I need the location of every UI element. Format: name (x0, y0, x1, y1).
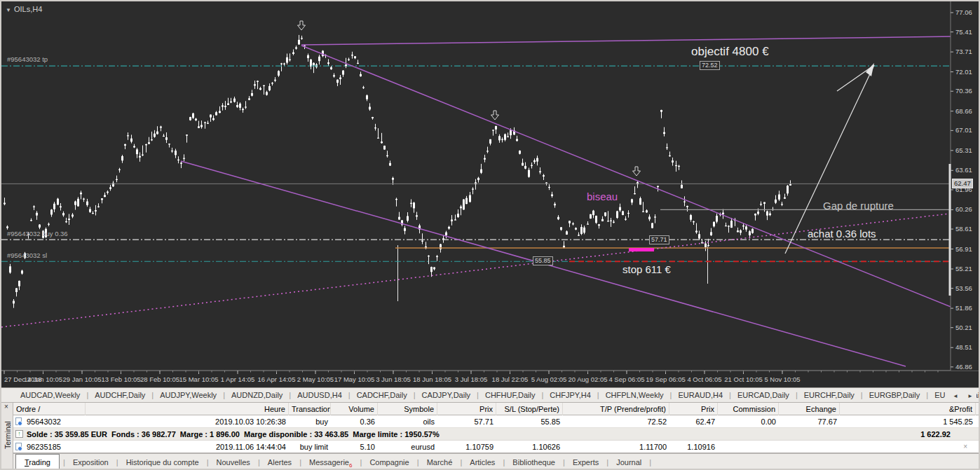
table-row[interactable]: 962351852019.11.06 14:44:04buy limit5.10… (13, 441, 979, 453)
scroll-left-icon[interactable]: ◄ (949, 389, 962, 403)
symbol-tab[interactable]: EURAUD,H4 (672, 388, 729, 402)
price-tick-label: 56.91 (955, 245, 972, 253)
terminal-tab-march-[interactable]: Marché (421, 455, 458, 469)
symbol-tab[interactable]: EURGBP,Daily (863, 388, 927, 402)
header-cell[interactable]: T/P (Prendre/profit) (563, 403, 669, 415)
tp-price-box[interactable]: 72.52 (700, 61, 720, 70)
sl-price-box[interactable]: 55.85 (533, 256, 553, 265)
candle-body (318, 57, 320, 61)
annotation-stop[interactable]: stop 611 € (622, 263, 671, 275)
terminal-tab-experts[interactable]: Experts (567, 455, 604, 469)
terminal-tab-articles[interactable]: Articles (464, 455, 501, 469)
terminal-tab-alertes[interactable]: Alertes (262, 455, 297, 469)
candle-body (254, 84, 256, 85)
annotation-objective[interactable]: objectif 4800 € (691, 45, 769, 59)
tp-line-label[interactable]: #95643032 tp (7, 55, 48, 63)
header-cell[interactable]: Ordre / (13, 403, 86, 415)
candle-body (507, 137, 509, 137)
row-close-icon[interactable]: × (963, 441, 967, 453)
buy-line-label[interactable]: #95643032 buy 0.36 (7, 230, 68, 237)
header-cell[interactable]: Volume (331, 403, 378, 415)
candle-body (357, 63, 359, 64)
header-cell[interactable]: Transaction (289, 403, 331, 415)
chart-background (1, 1, 979, 387)
buy-price-box[interactable]: 57.71 (649, 235, 669, 244)
sl-line-label[interactable]: #95643032 sl (7, 251, 47, 259)
candle-body (421, 241, 423, 242)
symbol-tab[interactable]: AUDCHF,Daily (88, 388, 151, 402)
candle-body (283, 64, 285, 64)
candle-body (634, 193, 636, 194)
candle-body (156, 132, 158, 134)
annotation-wedge[interactable]: biseau (587, 191, 618, 202)
symbol-tab[interactable]: CADJPY,Daily (416, 388, 477, 402)
terminal-tab-exposition[interactable]: Exposition (67, 455, 114, 469)
header-cell[interactable]: &Profit (840, 403, 976, 415)
symbol-tab[interactable]: AUDJPY,Weekly (154, 388, 223, 402)
candle-body (516, 139, 518, 141)
table-cell: 1.10759 (437, 441, 496, 453)
symbol-tab[interactable]: CHFJPY,H4 (543, 388, 597, 402)
candle-body (705, 244, 707, 247)
price-chart-canvas[interactable]: 77.0675.4173.7172.0170.3668.6667.0165.31… (1, 1, 979, 387)
terminal-side-strip: × Terminal (1, 403, 13, 469)
table-row[interactable]: 956430322019.10.03 10:26:38buy0.36oils57… (13, 415, 979, 428)
table-cell (718, 441, 779, 453)
terminal-panel: × Terminal Ordre /HeureTransactionVolume… (1, 403, 979, 469)
candle-body (200, 125, 203, 127)
table-cell: 1.11700 (563, 441, 669, 453)
header-cell[interactable]: Prix (669, 403, 718, 415)
header-cell[interactable]: S/L (Stop/Perte) (496, 403, 563, 415)
symbol-tab[interactable]: AUDNZD,Daily (225, 388, 289, 402)
annotation-entry[interactable]: achat 0.36 lots (808, 228, 876, 240)
candle-body (578, 235, 580, 235)
candle-body (646, 210, 648, 212)
candle-body (101, 198, 103, 200)
chart-symbol-title[interactable]: ▼OILs,H4 (6, 5, 42, 13)
terminal-tab-nouvelles[interactable]: Nouvelles (211, 455, 256, 469)
annotation-gap[interactable]: Gap de rupture (823, 200, 894, 212)
header-cell[interactable]: Commission (718, 403, 779, 415)
candle-body (165, 137, 168, 140)
symbol-tab[interactable]: CHFPLN,Weekly (599, 388, 670, 402)
terminal-tab-bibliotheque[interactable]: Bibliotheque (507, 455, 561, 469)
candle-body (430, 267, 433, 272)
terminal-tab-journal[interactable]: Journal (611, 455, 647, 469)
table-cell: oils (378, 415, 437, 428)
row-close-icon[interactable]: × (963, 415, 967, 428)
header-cell[interactable]: Symbole (378, 403, 437, 415)
scroll-right-icon[interactable]: ► (964, 389, 976, 403)
terminal-tab-messagerie[interactable]: Messagerie6 (304, 455, 358, 470)
header-cell[interactable]: Heure (86, 403, 289, 415)
table-cell: 5.10 (331, 441, 378, 453)
symbol-tab[interactable]: CADCHF,Daily (351, 388, 414, 402)
candle-body (713, 222, 715, 226)
candle-body (171, 151, 173, 151)
symbol-tab[interactable]: CHFHUF,Daily (479, 388, 542, 402)
chevron-down-icon[interactable]: ▼ (6, 7, 11, 13)
terminal-tab-trading[interactable]: Trading (15, 454, 60, 470)
date-tick-label: 4 Oct 06:05 (687, 375, 721, 383)
symbol-tab[interactable]: EURCHF,Daily (798, 388, 861, 402)
date-tick-label: 29 Jan 10:05 (63, 375, 102, 383)
entry-highlight-rect[interactable] (629, 248, 654, 251)
header-cell[interactable]: Echange (779, 403, 840, 415)
candle-body (345, 64, 347, 66)
symbol-tab[interactable]: AUDUSD,H4 (291, 388, 348, 402)
balance-row[interactable]: ↑ Solde : 35 359.85 EUR Fonds : 36 982.7… (13, 428, 979, 441)
candle-body (657, 186, 659, 188)
candle-body (642, 212, 644, 212)
candle-body (639, 198, 641, 205)
chart-window[interactable]: 77.0675.4173.7172.0170.3668.6667.0165.31… (1, 1, 979, 387)
symbol-tab[interactable]: EURCAD,Daily (731, 388, 796, 402)
candle-body (445, 233, 447, 235)
price-tick-label: 60.26 (955, 205, 972, 213)
terminal-tab-compagnie[interactable]: Compagnie (364, 455, 414, 469)
header-cell[interactable]: Prix (437, 403, 496, 415)
candle-body (533, 160, 536, 162)
symbol-tab[interactable]: AUDCAD,Weekly (14, 388, 86, 402)
candle-body (675, 165, 677, 166)
terminal-close-button[interactable]: × (4, 403, 8, 410)
candle-body (13, 301, 15, 304)
terminal-tab-historique-du-compte[interactable]: Historique du compte (121, 455, 205, 469)
